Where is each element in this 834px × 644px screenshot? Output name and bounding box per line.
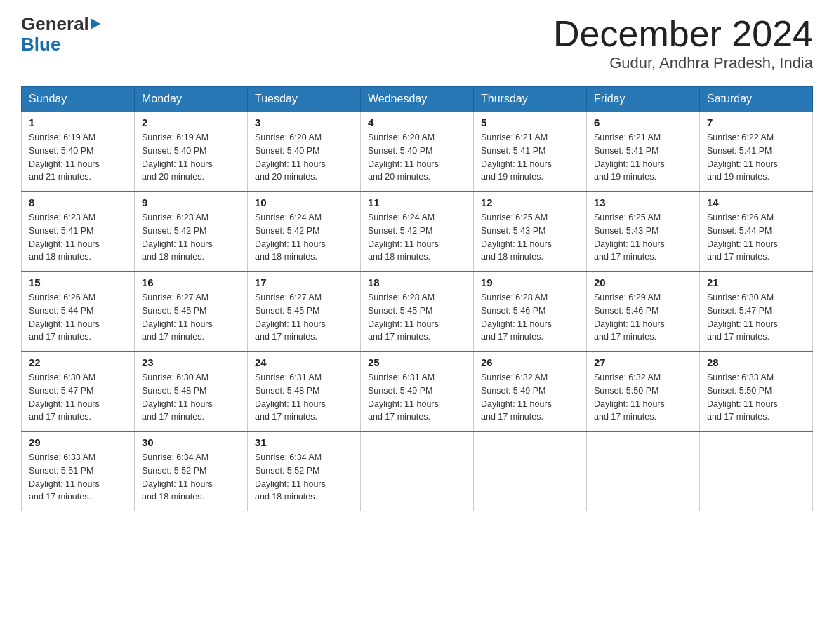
calendar-cell [474, 431, 587, 511]
day-number: 15 [29, 276, 127, 288]
day-info: Sunrise: 6:31 AMSunset: 5:49 PMDaylight:… [368, 371, 466, 424]
day-info: Sunrise: 6:23 AMSunset: 5:41 PMDaylight:… [29, 211, 127, 264]
week-row-2: 8Sunrise: 6:23 AMSunset: 5:41 PMDaylight… [22, 192, 813, 271]
day-header-friday: Friday [587, 87, 700, 112]
day-number: 5 [481, 116, 579, 128]
day-info: Sunrise: 6:20 AMSunset: 5:40 PMDaylight:… [368, 131, 466, 184]
week-row-3: 15Sunrise: 6:26 AMSunset: 5:44 PMDayligh… [22, 271, 813, 351]
day-number: 22 [29, 356, 127, 368]
week-row-1: 1Sunrise: 6:19 AMSunset: 5:40 PMDaylight… [22, 112, 813, 192]
day-number: 25 [368, 356, 466, 368]
day-number: 4 [368, 116, 466, 128]
calendar-cell: 17Sunrise: 6:27 AMSunset: 5:45 PMDayligh… [248, 271, 361, 351]
day-number: 23 [142, 356, 240, 368]
calendar-cell: 30Sunrise: 6:34 AMSunset: 5:52 PMDayligh… [135, 431, 248, 511]
calendar-cell: 13Sunrise: 6:25 AMSunset: 5:43 PMDayligh… [587, 192, 700, 271]
calendar-cell: 18Sunrise: 6:28 AMSunset: 5:45 PMDayligh… [361, 271, 474, 351]
day-info: Sunrise: 6:20 AMSunset: 5:40 PMDaylight:… [255, 131, 353, 184]
day-info: Sunrise: 6:31 AMSunset: 5:48 PMDaylight:… [255, 371, 353, 424]
calendar-header-row: SundayMondayTuesdayWednesdayThursdayFrid… [22, 87, 813, 112]
calendar-cell: 21Sunrise: 6:30 AMSunset: 5:47 PMDayligh… [700, 271, 813, 351]
page-header: General Blue December 2024 Gudur, Andhra… [21, 14, 813, 72]
day-number: 29 [29, 436, 127, 448]
day-info: Sunrise: 6:29 AMSunset: 5:46 PMDaylight:… [594, 291, 692, 344]
calendar-subtitle: Gudur, Andhra Pradesh, India [553, 54, 813, 72]
day-info: Sunrise: 6:27 AMSunset: 5:45 PMDaylight:… [142, 291, 240, 344]
day-info: Sunrise: 6:33 AMSunset: 5:50 PMDaylight:… [707, 371, 805, 424]
calendar-cell: 29Sunrise: 6:33 AMSunset: 5:51 PMDayligh… [22, 431, 135, 511]
day-info: Sunrise: 6:26 AMSunset: 5:44 PMDaylight:… [707, 211, 805, 264]
day-info: Sunrise: 6:21 AMSunset: 5:41 PMDaylight:… [481, 131, 579, 184]
day-number: 11 [368, 196, 466, 208]
day-number: 27 [594, 356, 692, 368]
day-number: 3 [255, 116, 353, 128]
calendar-cell: 10Sunrise: 6:24 AMSunset: 5:42 PMDayligh… [248, 192, 361, 271]
day-info: Sunrise: 6:23 AMSunset: 5:42 PMDaylight:… [142, 211, 240, 264]
calendar-cell: 6Sunrise: 6:21 AMSunset: 5:41 PMDaylight… [587, 112, 700, 192]
calendar-cell: 26Sunrise: 6:32 AMSunset: 5:49 PMDayligh… [474, 351, 587, 431]
day-number: 26 [481, 356, 579, 368]
day-header-sunday: Sunday [22, 87, 135, 112]
day-info: Sunrise: 6:21 AMSunset: 5:41 PMDaylight:… [594, 131, 692, 184]
day-number: 19 [481, 276, 579, 288]
day-number: 2 [142, 116, 240, 128]
day-info: Sunrise: 6:32 AMSunset: 5:49 PMDaylight:… [481, 371, 579, 424]
day-info: Sunrise: 6:30 AMSunset: 5:47 PMDaylight:… [707, 291, 805, 344]
calendar-cell: 25Sunrise: 6:31 AMSunset: 5:49 PMDayligh… [361, 351, 474, 431]
logo-blue: Blue [21, 34, 60, 55]
day-number: 30 [142, 436, 240, 448]
day-info: Sunrise: 6:34 AMSunset: 5:52 PMDaylight:… [142, 451, 240, 504]
day-info: Sunrise: 6:28 AMSunset: 5:45 PMDaylight:… [368, 291, 466, 344]
day-info: Sunrise: 6:32 AMSunset: 5:50 PMDaylight:… [594, 371, 692, 424]
day-info: Sunrise: 6:19 AMSunset: 5:40 PMDaylight:… [142, 131, 240, 184]
calendar-cell: 28Sunrise: 6:33 AMSunset: 5:50 PMDayligh… [700, 351, 813, 431]
day-info: Sunrise: 6:28 AMSunset: 5:46 PMDaylight:… [481, 291, 579, 344]
calendar-cell: 2Sunrise: 6:19 AMSunset: 5:40 PMDaylight… [135, 112, 248, 192]
calendar-cell: 12Sunrise: 6:25 AMSunset: 5:43 PMDayligh… [474, 192, 587, 271]
day-number: 13 [594, 196, 692, 208]
day-number: 24 [255, 356, 353, 368]
day-info: Sunrise: 6:30 AMSunset: 5:48 PMDaylight:… [142, 371, 240, 424]
calendar-cell: 8Sunrise: 6:23 AMSunset: 5:41 PMDaylight… [22, 192, 135, 271]
day-number: 16 [142, 276, 240, 288]
day-number: 20 [594, 276, 692, 288]
day-info: Sunrise: 6:24 AMSunset: 5:42 PMDaylight:… [255, 211, 353, 264]
calendar-cell: 15Sunrise: 6:26 AMSunset: 5:44 PMDayligh… [22, 271, 135, 351]
day-number: 6 [594, 116, 692, 128]
day-number: 10 [255, 196, 353, 208]
calendar-cell: 5Sunrise: 6:21 AMSunset: 5:41 PMDaylight… [474, 112, 587, 192]
calendar-cell [361, 431, 474, 511]
calendar-cell: 27Sunrise: 6:32 AMSunset: 5:50 PMDayligh… [587, 351, 700, 431]
day-number: 17 [255, 276, 353, 288]
day-info: Sunrise: 6:33 AMSunset: 5:51 PMDaylight:… [29, 451, 127, 504]
day-number: 14 [707, 196, 805, 208]
calendar-cell: 19Sunrise: 6:28 AMSunset: 5:46 PMDayligh… [474, 271, 587, 351]
calendar-cell: 4Sunrise: 6:20 AMSunset: 5:40 PMDaylight… [361, 112, 474, 192]
day-number: 28 [707, 356, 805, 368]
calendar-title: December 2024 [553, 14, 813, 54]
day-header-monday: Monday [135, 87, 248, 112]
calendar-cell: 7Sunrise: 6:22 AMSunset: 5:41 PMDaylight… [700, 112, 813, 192]
day-header-tuesday: Tuesday [248, 87, 361, 112]
day-info: Sunrise: 6:19 AMSunset: 5:40 PMDaylight:… [29, 131, 127, 184]
day-number: 21 [707, 276, 805, 288]
day-number: 18 [368, 276, 466, 288]
day-header-saturday: Saturday [700, 87, 813, 112]
day-info: Sunrise: 6:24 AMSunset: 5:42 PMDaylight:… [368, 211, 466, 264]
day-info: Sunrise: 6:34 AMSunset: 5:52 PMDaylight:… [255, 451, 353, 504]
week-row-4: 22Sunrise: 6:30 AMSunset: 5:47 PMDayligh… [22, 351, 813, 431]
day-info: Sunrise: 6:22 AMSunset: 5:41 PMDaylight:… [707, 131, 805, 184]
calendar-cell: 1Sunrise: 6:19 AMSunset: 5:40 PMDaylight… [22, 112, 135, 192]
calendar-cell: 20Sunrise: 6:29 AMSunset: 5:46 PMDayligh… [587, 271, 700, 351]
calendar-cell: 31Sunrise: 6:34 AMSunset: 5:52 PMDayligh… [248, 431, 361, 511]
week-row-5: 29Sunrise: 6:33 AMSunset: 5:51 PMDayligh… [22, 431, 813, 511]
day-info: Sunrise: 6:25 AMSunset: 5:43 PMDaylight:… [594, 211, 692, 264]
logo: General Blue [21, 14, 100, 54]
day-number: 1 [29, 116, 127, 128]
logo-triangle-icon [91, 18, 100, 29]
day-header-wednesday: Wednesday [361, 87, 474, 112]
calendar-cell: 11Sunrise: 6:24 AMSunset: 5:42 PMDayligh… [361, 192, 474, 271]
calendar-cell [587, 431, 700, 511]
calendar-cell: 3Sunrise: 6:20 AMSunset: 5:40 PMDaylight… [248, 112, 361, 192]
calendar-cell: 22Sunrise: 6:30 AMSunset: 5:47 PMDayligh… [22, 351, 135, 431]
